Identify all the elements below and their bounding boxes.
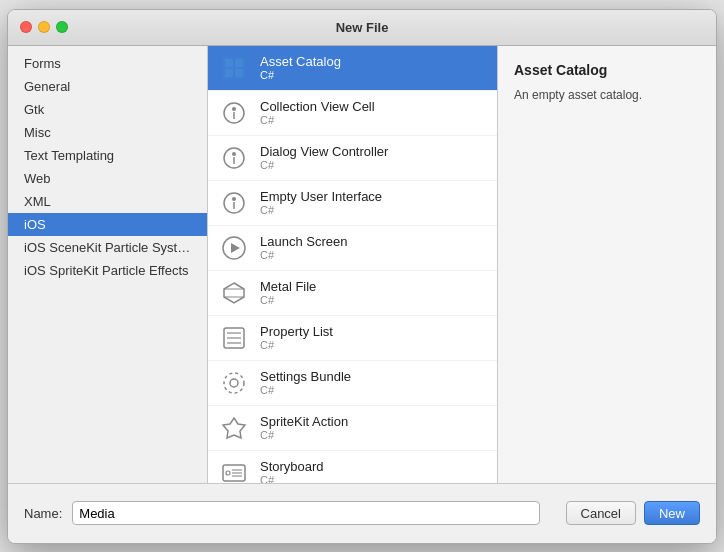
bottom-bar: Name: Cancel New xyxy=(8,483,716,543)
traffic-lights xyxy=(20,21,68,33)
name-label: Name: xyxy=(24,506,62,521)
empty-user-interface-sub: C# xyxy=(260,204,382,216)
launch-screen-icon xyxy=(218,232,250,264)
metal-file-name: Metal File xyxy=(260,279,316,294)
description-text: An empty asset catalog. xyxy=(514,86,700,104)
svg-point-24 xyxy=(224,373,244,393)
empty-user-interface-name: Empty User Interface xyxy=(260,189,382,204)
sidebar-item-misc[interactable]: Misc xyxy=(8,121,207,144)
dialog-view-controller-sub: C# xyxy=(260,159,388,171)
svg-point-23 xyxy=(230,379,238,387)
collection-view-cell-sub: C# xyxy=(260,114,375,126)
metal-file-text: Metal FileC# xyxy=(260,279,316,306)
svg-marker-25 xyxy=(223,418,245,438)
property-list-text: Property ListC# xyxy=(260,324,333,351)
file-item-property-list[interactable]: Property ListC# xyxy=(208,316,497,361)
file-item-dialog-view-controller[interactable]: Dialog View ControllerC# xyxy=(208,136,497,181)
svg-rect-2 xyxy=(235,59,243,67)
description-panel: Asset Catalog An empty asset catalog. xyxy=(498,46,716,483)
new-button[interactable]: New xyxy=(644,501,700,525)
sidebar-item-ios-scenekit[interactable]: iOS SceneKit Particle Systems xyxy=(8,236,207,259)
dialog-view-controller-text: Dialog View ControllerC# xyxy=(260,144,388,171)
file-item-asset-catalog[interactable]: Asset CatalogC# xyxy=(208,46,497,91)
storyboard-name: Storyboard xyxy=(260,459,324,474)
sidebar-item-web[interactable]: Web xyxy=(8,167,207,190)
file-item-empty-user-interface[interactable]: Empty User InterfaceC# xyxy=(208,181,497,226)
settings-bundle-icon xyxy=(218,367,250,399)
svg-point-9 xyxy=(232,152,236,156)
file-item-settings-bundle[interactable]: Settings BundleC# xyxy=(208,361,497,406)
launch-screen-name: Launch Screen xyxy=(260,234,347,249)
asset-catalog-text: Asset CatalogC# xyxy=(260,54,341,81)
file-item-launch-screen[interactable]: Launch ScreenC# xyxy=(208,226,497,271)
sidebar-item-forms[interactable]: Forms xyxy=(8,52,207,75)
collection-view-cell-text: Collection View CellC# xyxy=(260,99,375,126)
sidebar-item-ios-spritekit[interactable]: iOS SpriteKit Particle Effects xyxy=(8,259,207,282)
sidebar-item-general[interactable]: General xyxy=(8,75,207,98)
empty-user-interface-text: Empty User InterfaceC# xyxy=(260,189,382,216)
svg-rect-1 xyxy=(225,59,233,67)
svg-point-6 xyxy=(232,107,236,111)
file-item-collection-view-cell[interactable]: Collection View CellC# xyxy=(208,91,497,136)
sidebar-item-xml[interactable]: XML xyxy=(8,190,207,213)
storyboard-icon xyxy=(218,457,250,483)
empty-user-interface-icon xyxy=(218,187,250,219)
storyboard-text: StoryboardC# xyxy=(260,459,324,483)
svg-marker-16 xyxy=(224,283,244,303)
file-item-metal-file[interactable]: Metal FileC# xyxy=(208,271,497,316)
svg-point-12 xyxy=(232,197,236,201)
description-title: Asset Catalog xyxy=(514,62,700,78)
minimize-button[interactable] xyxy=(38,21,50,33)
asset-catalog-name: Asset Catalog xyxy=(260,54,341,69)
window-title: New File xyxy=(336,20,389,35)
metal-file-sub: C# xyxy=(260,294,316,306)
close-button[interactable] xyxy=(20,21,32,33)
svg-point-27 xyxy=(226,471,230,475)
cancel-button[interactable]: Cancel xyxy=(566,501,636,525)
titlebar: New File xyxy=(8,10,716,46)
settings-bundle-sub: C# xyxy=(260,384,351,396)
content-area: FormsGeneralGtkMiscText TemplatingWebXML… xyxy=(8,46,716,483)
spritekit-action-text: SpriteKit ActionC# xyxy=(260,414,348,441)
sidebar-item-ios[interactable]: iOS xyxy=(8,213,207,236)
property-list-sub: C# xyxy=(260,339,333,351)
zoom-button[interactable] xyxy=(56,21,68,33)
dialog-view-controller-icon xyxy=(218,142,250,174)
launch-screen-sub: C# xyxy=(260,249,347,261)
property-list-icon xyxy=(218,322,250,354)
sidebar-item-gtk[interactable]: Gtk xyxy=(8,98,207,121)
svg-marker-15 xyxy=(231,243,240,253)
spritekit-action-icon xyxy=(218,412,250,444)
file-item-spritekit-action[interactable]: SpriteKit ActionC# xyxy=(208,406,497,451)
spritekit-action-sub: C# xyxy=(260,429,348,441)
spritekit-action-name: SpriteKit Action xyxy=(260,414,348,429)
dialog-view-controller-name: Dialog View Controller xyxy=(260,144,388,159)
file-list: Asset CatalogC#Collection View CellC#Dia… xyxy=(208,46,498,483)
new-file-dialog: New File FormsGeneralGtkMiscText Templat… xyxy=(7,9,717,544)
asset-catalog-sub: C# xyxy=(260,69,341,81)
button-group: Cancel New xyxy=(566,501,700,525)
launch-screen-text: Launch ScreenC# xyxy=(260,234,347,261)
settings-bundle-text: Settings BundleC# xyxy=(260,369,351,396)
sidebar: FormsGeneralGtkMiscText TemplatingWebXML… xyxy=(8,46,208,483)
sidebar-item-text-templating[interactable]: Text Templating xyxy=(8,144,207,167)
svg-rect-3 xyxy=(225,69,233,77)
name-input[interactable] xyxy=(72,501,539,525)
collection-view-cell-icon xyxy=(218,97,250,129)
collection-view-cell-name: Collection View Cell xyxy=(260,99,375,114)
asset-catalog-icon xyxy=(218,52,250,84)
settings-bundle-name: Settings Bundle xyxy=(260,369,351,384)
metal-file-icon xyxy=(218,277,250,309)
file-item-storyboard[interactable]: StoryboardC# xyxy=(208,451,497,483)
property-list-name: Property List xyxy=(260,324,333,339)
storyboard-sub: C# xyxy=(260,474,324,483)
svg-rect-4 xyxy=(235,69,243,77)
